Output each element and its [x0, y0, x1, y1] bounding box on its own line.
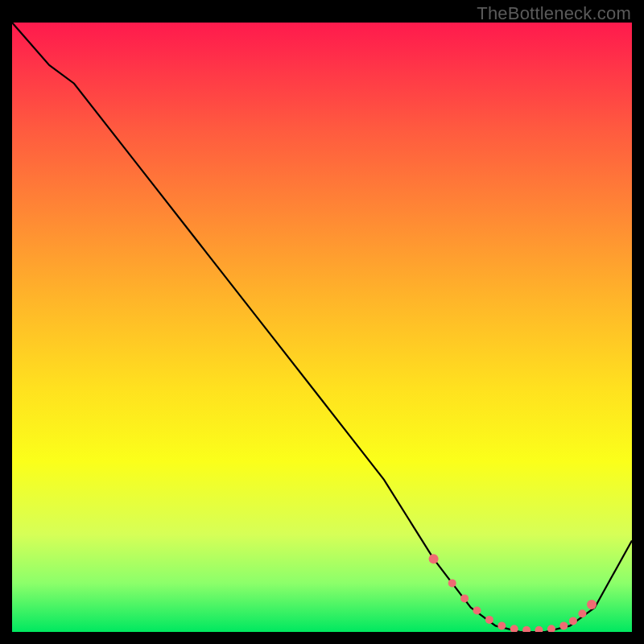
optimal-range-dots [429, 554, 597, 632]
marker-dot [559, 621, 568, 630]
marker-dot [429, 554, 439, 564]
marker-dot [497, 621, 506, 630]
marker-dot [473, 607, 481, 615]
marker-dot [448, 579, 456, 587]
marker-dot [522, 626, 530, 632]
marker-dot [460, 594, 469, 602]
bottleneck-curve-path [12, 23, 632, 632]
marker-dot [510, 625, 518, 632]
marker-dot [535, 626, 543, 632]
chart-frame: TheBottleneck.com [0, 0, 644, 644]
curve-layer [12, 23, 632, 632]
gradient-plot-area [12, 23, 632, 632]
watermark-text: TheBottleneck.com [477, 3, 631, 24]
marker-dot [587, 600, 597, 609]
marker-dot [547, 625, 555, 632]
marker-dot [485, 616, 493, 624]
marker-dot [569, 617, 577, 625]
marker-dot [578, 609, 586, 617]
